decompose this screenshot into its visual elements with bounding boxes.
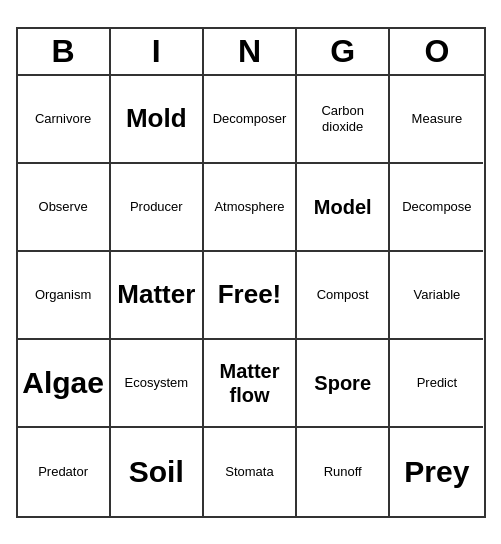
bingo-cell: Carbon dioxide [297,76,390,164]
bingo-cell: Mold [111,76,204,164]
bingo-cell: Stomata [204,428,297,516]
bingo-cell: Free! [204,252,297,340]
bingo-cell: Matter flow [204,340,297,428]
header-letter: G [297,29,390,74]
bingo-cell: Producer [111,164,204,252]
bingo-cell: Soil [111,428,204,516]
bingo-grid: CarnivoreMoldDecomposerCarbon dioxideMea… [18,76,484,516]
bingo-cell: Matter [111,252,204,340]
bingo-card: BINGO CarnivoreMoldDecomposerCarbon diox… [16,27,486,518]
header-letter: N [204,29,297,74]
bingo-cell: Observe [18,164,111,252]
header-letter: O [390,29,483,74]
bingo-cell: Prey [390,428,483,516]
bingo-cell: Organism [18,252,111,340]
bingo-cell: Measure [390,76,483,164]
bingo-header: BINGO [18,29,484,76]
bingo-cell: Carnivore [18,76,111,164]
bingo-cell: Variable [390,252,483,340]
header-letter: B [18,29,111,74]
bingo-cell: Model [297,164,390,252]
bingo-cell: Decompose [390,164,483,252]
bingo-cell: Decomposer [204,76,297,164]
bingo-cell: Algae [18,340,111,428]
header-letter: I [111,29,204,74]
bingo-cell: Predict [390,340,483,428]
bingo-cell: Predator [18,428,111,516]
bingo-cell: Spore [297,340,390,428]
bingo-cell: Runoff [297,428,390,516]
bingo-cell: Atmosphere [204,164,297,252]
bingo-cell: Ecosystem [111,340,204,428]
bingo-cell: Compost [297,252,390,340]
